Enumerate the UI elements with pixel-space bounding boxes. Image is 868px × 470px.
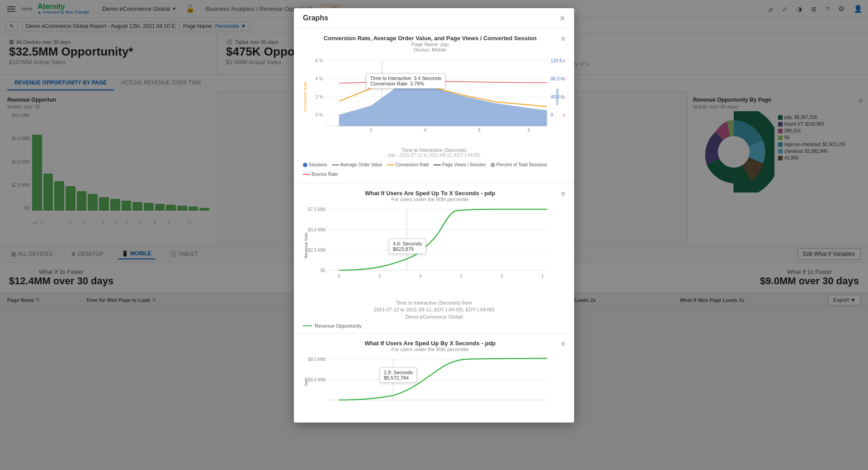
chart3-tooltip: 2.8: Seconds $5,572,784 xyxy=(380,367,417,383)
svg-text:6 %: 6 % xyxy=(316,58,323,63)
svg-text:20 %: 20 % xyxy=(563,95,565,99)
app-container: menu Aternity ▲ Powered by Blue Triangle… xyxy=(0,0,868,470)
chart1-title: Conversion Rate, Average Order Value, an… xyxy=(303,35,557,42)
chart3-subtitle: For users under the 80th percentile xyxy=(303,347,557,352)
svg-text:Sessions: Sessions xyxy=(555,89,560,105)
modal-title: Graphs xyxy=(303,14,328,22)
chart3-section: What If Users Are Sped Up By X Seconds -… xyxy=(294,334,574,423)
svg-text:Gain: Gain xyxy=(304,378,308,386)
chart2-section: What If Users Are Sped Up To X Seconds -… xyxy=(294,183,574,334)
tooltip2-line1: 4.6: Seconds xyxy=(393,241,422,246)
percent-total-sessions-legend: Percent of Total Sessions xyxy=(496,162,547,167)
tooltip3-line1: 2.8: Seconds xyxy=(384,370,413,375)
chart3-container: $8.0 MM $6.0 MM Gain 2.8: Seconds $5,572… xyxy=(303,355,565,418)
svg-text:60 %: 60 % xyxy=(563,59,565,63)
svg-text:120 K: 120 K xyxy=(551,58,562,63)
tooltip3-line2: $5,572,784 xyxy=(384,375,413,381)
svg-text:2: 2 xyxy=(500,274,503,279)
chart1-range-label: pdp - 2021-07-12 to 2021-08-11, EDT (-04… xyxy=(303,153,565,158)
svg-text:$8.0 MM: $8.0 MM xyxy=(308,357,326,362)
svg-text:$7.5 MM: $7.5 MM xyxy=(308,207,326,212)
svg-text:$6.0 MM: $6.0 MM xyxy=(308,377,326,382)
chart2-x-label: Time to Interactive (Seconds) from 2021-… xyxy=(303,300,565,320)
chart2-title: What If Users Are Sped Up To X Seconds -… xyxy=(303,190,557,197)
svg-text:4: 4 xyxy=(419,274,422,279)
chart1-menu-icon[interactable]: ≡ xyxy=(561,35,565,43)
modal-overlay[interactable]: Graphs × Conversion Rate, Average Order … xyxy=(0,0,868,470)
chart3-menu-icon[interactable]: ≡ xyxy=(561,340,565,348)
chart2-tooltip: 4.6: Seconds $623,979 xyxy=(389,239,426,254)
conversion-rate-legend: Conversion Rate xyxy=(396,162,429,167)
svg-text:2 %: 2 % xyxy=(316,94,323,99)
svg-text:3: 3 xyxy=(460,274,462,279)
chart1-legend: Sessions Average Order Value Conversion … xyxy=(303,160,565,179)
svg-text:80.0 K: 80.0 K xyxy=(551,76,564,81)
tooltip-line1: Time to Interactive: 3.4 Seconds xyxy=(370,75,441,81)
svg-text:$5.0 MM: $5.0 MM xyxy=(308,227,326,232)
svg-text:4 %: 4 % xyxy=(316,76,323,81)
svg-text:3: 3 xyxy=(369,128,372,133)
chart1-x-label: Time to Interactive (Seconds) xyxy=(303,147,565,153)
chart2-container: $7.5 MM $5.0 MM $2.5 MM $0 6 5 4 3 2 xyxy=(303,205,565,300)
svg-text:5: 5 xyxy=(378,274,381,279)
chart1-section: Conversion Rate, Average Order Value, an… xyxy=(294,28,574,183)
chart1-device-info: Device: Mobile xyxy=(303,47,557,52)
svg-text:5: 5 xyxy=(478,128,481,133)
svg-text:6: 6 xyxy=(528,128,530,133)
modal-header: Graphs × xyxy=(294,8,574,28)
chart3-title: What If Users Are Sped Up By X Seconds -… xyxy=(303,340,557,347)
svg-text:6: 6 xyxy=(338,274,340,279)
svg-text:Conversion Rate: Conversion Rate xyxy=(303,81,307,112)
svg-text:0: 0 xyxy=(551,113,553,118)
svg-text:Revenue Gain: Revenue Gain xyxy=(304,232,308,258)
modal-close-button[interactable]: × xyxy=(560,14,565,23)
chart1-tooltip: Time to Interactive: 3.4 Seconds Convers… xyxy=(366,73,445,89)
svg-text:$0: $0 xyxy=(321,268,326,273)
svg-text:$2.5 MM: $2.5 MM xyxy=(308,248,326,253)
svg-text:1: 1 xyxy=(541,274,544,279)
modal: Graphs × Conversion Rate, Average Order … xyxy=(294,8,574,423)
svg-text:40 %: 40 % xyxy=(563,77,565,81)
chart1-container: 6 % 4 % 2 % 0 % 120 K 80.0 K 40.0 K 0 60… xyxy=(303,56,565,146)
svg-text:0 %: 0 % xyxy=(563,113,565,118)
svg-text:0 %: 0 % xyxy=(316,113,323,118)
tooltip2-line2: $623,979 xyxy=(393,246,422,252)
revenue-opportunity-legend: Revenue Opportunity xyxy=(315,323,362,329)
chart2-subtitle: For users under the 80th percentile xyxy=(303,197,557,202)
tooltip-line2: Conversion Rate: 3.79% xyxy=(370,81,441,86)
chart1-page-info: Page Name: pdp xyxy=(303,42,557,47)
chart2-legend: Revenue Opportunity xyxy=(303,320,565,329)
svg-text:4: 4 xyxy=(424,128,426,133)
chart2-menu-icon[interactable]: ≡ xyxy=(561,190,565,198)
